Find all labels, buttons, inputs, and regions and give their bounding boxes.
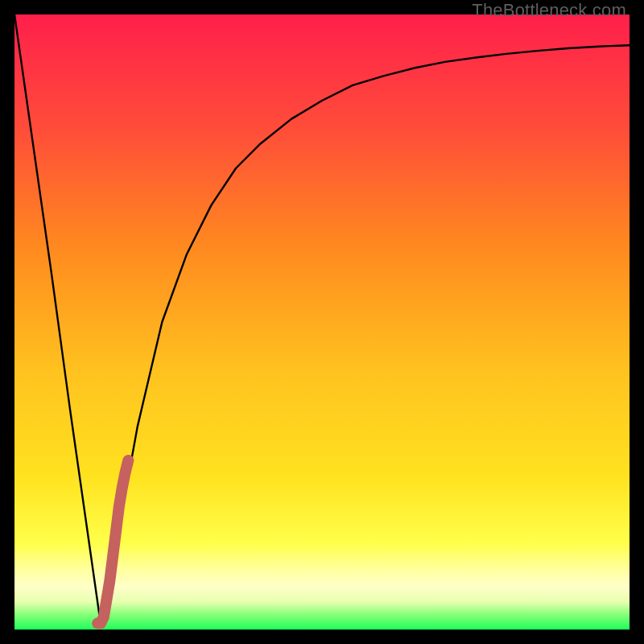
- gradient-background: [14, 14, 630, 630]
- chart-frame: [14, 14, 630, 630]
- bottleneck-chart: [14, 14, 630, 630]
- watermark-text: TheBottleneck.com: [472, 0, 626, 21]
